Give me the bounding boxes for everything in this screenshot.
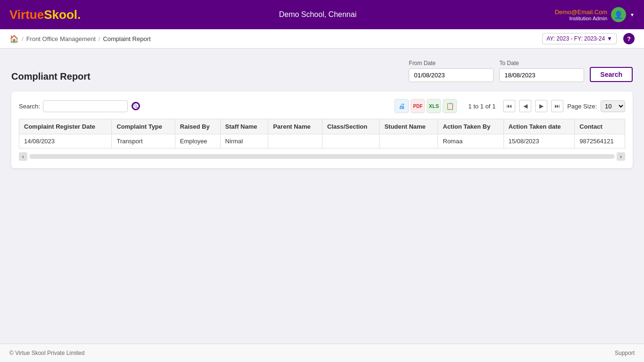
footer-copyright: © Virtue Skool Private Limited bbox=[9, 350, 84, 356]
logo-virtue: Virtue bbox=[9, 8, 44, 22]
print-button[interactable]: 🖨 bbox=[395, 99, 409, 113]
user-dropdown-arrow[interactable]: ▼ bbox=[630, 12, 635, 17]
help-button[interactable]: ? bbox=[623, 33, 635, 44]
col-staff-name: Staff Name bbox=[220, 119, 268, 134]
search-row: Search: 🔍 bbox=[19, 100, 141, 112]
table-cell bbox=[268, 134, 322, 148]
search-button[interactable]: Search bbox=[590, 67, 633, 82]
page-prev-button[interactable]: ◀ bbox=[519, 100, 531, 112]
table-cell: 15/08/2023 bbox=[504, 134, 575, 148]
table-header-row: Complaint Register Date Complaint Type R… bbox=[19, 119, 625, 134]
breadcrumb-sep-2: / bbox=[99, 35, 100, 42]
table-scroll-wrapper: Complaint Register Date Complaint Type R… bbox=[19, 119, 625, 148]
app-header: VirtueSkool. Demo School, Chennai Demo@E… bbox=[0, 0, 644, 29]
col-contact: Contact bbox=[575, 119, 625, 134]
col-raised-by: Raised By bbox=[175, 119, 220, 134]
col-complaint-register-date: Complaint Register Date bbox=[19, 119, 112, 134]
school-name: Demo School, Chennai bbox=[279, 10, 357, 19]
horizontal-scrollbar[interactable]: ‹ › bbox=[19, 152, 625, 161]
breadcrumb-bar: 🏠 / Front Office Management / Complaint … bbox=[0, 29, 644, 49]
table-row: 14/08/2023TransportEmployeeNirmalRomaa15… bbox=[19, 134, 625, 148]
table-search-label: Search: bbox=[19, 103, 40, 110]
page-title: Compliant Report bbox=[11, 71, 91, 82]
user-role: Institution Admin bbox=[555, 16, 607, 21]
pagination-info: 1 to 1 of 1 bbox=[468, 103, 495, 110]
toolbar-row: Search: 🔍 🖨 PDF XLS 📋 1 to bbox=[19, 99, 625, 113]
table-cell bbox=[380, 134, 438, 148]
breadcrumb-current: Complaint Report bbox=[103, 35, 150, 42]
page-last-button[interactable]: ⏭ bbox=[551, 100, 563, 112]
table-cell bbox=[322, 134, 380, 148]
ay-selector-button[interactable]: AY: 2023 - FY: 2023-24 ▼ bbox=[542, 33, 617, 44]
table-cell: 9872564121 bbox=[575, 134, 625, 148]
footer: © Virtue Skool Private Limited Support bbox=[0, 344, 644, 362]
user-info: Demo@Email.Com Institution Admin bbox=[555, 8, 607, 21]
table-cell: Employee bbox=[175, 134, 220, 148]
filter-row: Compliant Report From Date To Date Searc… bbox=[11, 60, 633, 82]
complaint-table: Complaint Register Date Complaint Type R… bbox=[19, 119, 625, 148]
ay-chevron-icon: ▼ bbox=[607, 35, 612, 42]
to-date-input[interactable] bbox=[499, 68, 584, 82]
scroll-track bbox=[29, 154, 615, 159]
page-next-button[interactable]: ▶ bbox=[535, 100, 547, 112]
logo: VirtueSkool. bbox=[9, 8, 81, 22]
table-search-input[interactable] bbox=[43, 100, 128, 112]
excel-button[interactable]: XLS bbox=[427, 99, 441, 113]
table-search-icon-button[interactable]: 🔍 bbox=[131, 101, 141, 111]
col-action-taken-date: Action Taken date bbox=[504, 119, 575, 134]
logo-skool: Skool bbox=[44, 8, 77, 22]
ay-selector-label: AY: 2023 - FY: 2023-24 bbox=[546, 35, 605, 42]
col-complaint-type: Complaint Type bbox=[112, 119, 175, 134]
copy-button[interactable]: 📋 bbox=[443, 99, 457, 113]
from-date-group: From Date bbox=[409, 60, 494, 82]
col-class-section: Class/Section bbox=[322, 119, 380, 134]
col-student-name: Student Name bbox=[380, 119, 438, 134]
from-date-input[interactable] bbox=[409, 68, 494, 82]
filter-controls: From Date To Date Search bbox=[409, 60, 633, 82]
user-email: Demo@Email.Com bbox=[555, 8, 607, 16]
footer-support[interactable]: Support bbox=[615, 350, 635, 356]
export-icons: 🖨 PDF XLS 📋 bbox=[395, 99, 457, 113]
table-cell: Transport bbox=[112, 134, 175, 148]
breadcrumb-sep-1: / bbox=[22, 35, 24, 42]
table-cell: Nirmal bbox=[220, 134, 268, 148]
page-size-select[interactable]: 10 25 50 100 bbox=[601, 100, 625, 112]
pagination-row: 🖨 PDF XLS 📋 1 to 1 of 1 ⏮ ◀ ▶ ⏭ Page Siz… bbox=[395, 99, 625, 113]
avatar: 👤 bbox=[611, 7, 626, 22]
page-size-label: Page Size: bbox=[567, 103, 597, 110]
breadcrumb-right: AY: 2023 - FY: 2023-24 ▼ ? bbox=[542, 33, 635, 44]
pdf-button[interactable]: PDF bbox=[411, 99, 425, 113]
table-cell: Romaa bbox=[438, 134, 504, 148]
from-date-label: From Date bbox=[409, 60, 494, 66]
breadcrumb-front-office[interactable]: Front Office Management bbox=[26, 35, 96, 42]
scroll-right-button[interactable]: › bbox=[617, 152, 625, 161]
table-cell: 14/08/2023 bbox=[19, 134, 112, 148]
scroll-left-button[interactable]: ‹ bbox=[19, 152, 27, 161]
col-action-taken-by: Action Taken By bbox=[438, 119, 504, 134]
home-icon[interactable]: 🏠 bbox=[9, 34, 19, 43]
logo-dot: . bbox=[77, 8, 81, 22]
user-section[interactable]: Demo@Email.Com Institution Admin 👤 ▼ bbox=[555, 7, 635, 22]
to-date-label: To Date bbox=[499, 60, 584, 66]
to-date-group: To Date bbox=[499, 60, 584, 82]
page-first-button[interactable]: ⏮ bbox=[503, 100, 515, 112]
table-card: Search: 🔍 🖨 PDF XLS 📋 1 to bbox=[11, 91, 633, 168]
main-content: Compliant Report From Date To Date Searc… bbox=[0, 49, 644, 344]
col-parent-name: Parent Name bbox=[268, 119, 322, 134]
breadcrumb: 🏠 / Front Office Management / Complaint … bbox=[9, 34, 151, 43]
